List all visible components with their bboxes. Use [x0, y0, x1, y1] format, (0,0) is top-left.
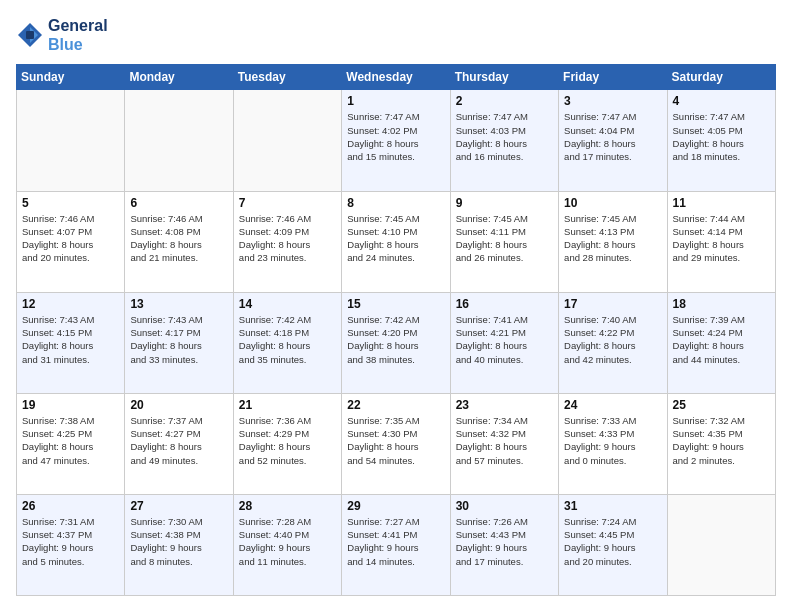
- calendar-cell: 29Sunrise: 7:27 AM Sunset: 4:41 PM Dayli…: [342, 494, 450, 595]
- calendar-cell: 23Sunrise: 7:34 AM Sunset: 4:32 PM Dayli…: [450, 393, 558, 494]
- weekday-header-saturday: Saturday: [667, 65, 775, 90]
- day-info: Sunrise: 7:27 AM Sunset: 4:41 PM Dayligh…: [347, 515, 444, 568]
- day-number: 16: [456, 297, 553, 311]
- calendar-cell: 16Sunrise: 7:41 AM Sunset: 4:21 PM Dayli…: [450, 292, 558, 393]
- day-number: 13: [130, 297, 227, 311]
- day-info: Sunrise: 7:47 AM Sunset: 4:05 PM Dayligh…: [673, 110, 770, 163]
- calendar-table: SundayMondayTuesdayWednesdayThursdayFrid…: [16, 64, 776, 596]
- day-number: 6: [130, 196, 227, 210]
- day-info: Sunrise: 7:33 AM Sunset: 4:33 PM Dayligh…: [564, 414, 661, 467]
- day-info: Sunrise: 7:38 AM Sunset: 4:25 PM Dayligh…: [22, 414, 119, 467]
- weekday-header-tuesday: Tuesday: [233, 65, 341, 90]
- day-number: 26: [22, 499, 119, 513]
- weekday-header-friday: Friday: [559, 65, 667, 90]
- day-number: 5: [22, 196, 119, 210]
- day-number: 27: [130, 499, 227, 513]
- calendar-cell: 1Sunrise: 7:47 AM Sunset: 4:02 PM Daylig…: [342, 90, 450, 191]
- day-number: 22: [347, 398, 444, 412]
- calendar-cell: 3Sunrise: 7:47 AM Sunset: 4:04 PM Daylig…: [559, 90, 667, 191]
- calendar-week-5: 26Sunrise: 7:31 AM Sunset: 4:37 PM Dayli…: [17, 494, 776, 595]
- weekday-header-thursday: Thursday: [450, 65, 558, 90]
- calendar-cell: 9Sunrise: 7:45 AM Sunset: 4:11 PM Daylig…: [450, 191, 558, 292]
- day-info: Sunrise: 7:40 AM Sunset: 4:22 PM Dayligh…: [564, 313, 661, 366]
- page: General Blue SundayMondayTuesdayWednesda…: [0, 0, 792, 612]
- calendar-cell: [125, 90, 233, 191]
- day-number: 10: [564, 196, 661, 210]
- day-info: Sunrise: 7:46 AM Sunset: 4:08 PM Dayligh…: [130, 212, 227, 265]
- day-number: 21: [239, 398, 336, 412]
- day-number: 17: [564, 297, 661, 311]
- calendar-cell: 19Sunrise: 7:38 AM Sunset: 4:25 PM Dayli…: [17, 393, 125, 494]
- calendar-cell: [667, 494, 775, 595]
- calendar-cell: 12Sunrise: 7:43 AM Sunset: 4:15 PM Dayli…: [17, 292, 125, 393]
- day-info: Sunrise: 7:45 AM Sunset: 4:10 PM Dayligh…: [347, 212, 444, 265]
- calendar-week-2: 5Sunrise: 7:46 AM Sunset: 4:07 PM Daylig…: [17, 191, 776, 292]
- calendar-cell: [17, 90, 125, 191]
- calendar-cell: 25Sunrise: 7:32 AM Sunset: 4:35 PM Dayli…: [667, 393, 775, 494]
- day-info: Sunrise: 7:44 AM Sunset: 4:14 PM Dayligh…: [673, 212, 770, 265]
- calendar-cell: 13Sunrise: 7:43 AM Sunset: 4:17 PM Dayli…: [125, 292, 233, 393]
- day-number: 15: [347, 297, 444, 311]
- day-number: 1: [347, 94, 444, 108]
- calendar-cell: 22Sunrise: 7:35 AM Sunset: 4:30 PM Dayli…: [342, 393, 450, 494]
- calendar-cell: 7Sunrise: 7:46 AM Sunset: 4:09 PM Daylig…: [233, 191, 341, 292]
- calendar-cell: 14Sunrise: 7:42 AM Sunset: 4:18 PM Dayli…: [233, 292, 341, 393]
- logo-text: General Blue: [48, 16, 108, 54]
- calendar-cell: 8Sunrise: 7:45 AM Sunset: 4:10 PM Daylig…: [342, 191, 450, 292]
- calendar-cell: 2Sunrise: 7:47 AM Sunset: 4:03 PM Daylig…: [450, 90, 558, 191]
- day-info: Sunrise: 7:43 AM Sunset: 4:17 PM Dayligh…: [130, 313, 227, 366]
- day-info: Sunrise: 7:37 AM Sunset: 4:27 PM Dayligh…: [130, 414, 227, 467]
- day-number: 30: [456, 499, 553, 513]
- calendar-cell: 17Sunrise: 7:40 AM Sunset: 4:22 PM Dayli…: [559, 292, 667, 393]
- calendar-cell: 10Sunrise: 7:45 AM Sunset: 4:13 PM Dayli…: [559, 191, 667, 292]
- day-number: 24: [564, 398, 661, 412]
- calendar-cell: 15Sunrise: 7:42 AM Sunset: 4:20 PM Dayli…: [342, 292, 450, 393]
- day-info: Sunrise: 7:45 AM Sunset: 4:11 PM Dayligh…: [456, 212, 553, 265]
- day-info: Sunrise: 7:41 AM Sunset: 4:21 PM Dayligh…: [456, 313, 553, 366]
- day-info: Sunrise: 7:30 AM Sunset: 4:38 PM Dayligh…: [130, 515, 227, 568]
- day-info: Sunrise: 7:47 AM Sunset: 4:03 PM Dayligh…: [456, 110, 553, 163]
- logo-icon: [16, 21, 44, 49]
- day-info: Sunrise: 7:32 AM Sunset: 4:35 PM Dayligh…: [673, 414, 770, 467]
- day-number: 2: [456, 94, 553, 108]
- calendar-cell: 24Sunrise: 7:33 AM Sunset: 4:33 PM Dayli…: [559, 393, 667, 494]
- day-info: Sunrise: 7:46 AM Sunset: 4:07 PM Dayligh…: [22, 212, 119, 265]
- calendar-cell: 6Sunrise: 7:46 AM Sunset: 4:08 PM Daylig…: [125, 191, 233, 292]
- day-number: 28: [239, 499, 336, 513]
- calendar-cell: 26Sunrise: 7:31 AM Sunset: 4:37 PM Dayli…: [17, 494, 125, 595]
- day-info: Sunrise: 7:46 AM Sunset: 4:09 PM Dayligh…: [239, 212, 336, 265]
- day-info: Sunrise: 7:24 AM Sunset: 4:45 PM Dayligh…: [564, 515, 661, 568]
- day-info: Sunrise: 7:45 AM Sunset: 4:13 PM Dayligh…: [564, 212, 661, 265]
- calendar-week-1: 1Sunrise: 7:47 AM Sunset: 4:02 PM Daylig…: [17, 90, 776, 191]
- day-info: Sunrise: 7:36 AM Sunset: 4:29 PM Dayligh…: [239, 414, 336, 467]
- weekday-header-wednesday: Wednesday: [342, 65, 450, 90]
- day-number: 8: [347, 196, 444, 210]
- day-info: Sunrise: 7:47 AM Sunset: 4:02 PM Dayligh…: [347, 110, 444, 163]
- weekday-header-sunday: Sunday: [17, 65, 125, 90]
- day-number: 9: [456, 196, 553, 210]
- calendar-cell: 5Sunrise: 7:46 AM Sunset: 4:07 PM Daylig…: [17, 191, 125, 292]
- logo: General Blue: [16, 16, 108, 54]
- day-info: Sunrise: 7:42 AM Sunset: 4:18 PM Dayligh…: [239, 313, 336, 366]
- day-info: Sunrise: 7:34 AM Sunset: 4:32 PM Dayligh…: [456, 414, 553, 467]
- day-number: 3: [564, 94, 661, 108]
- day-info: Sunrise: 7:43 AM Sunset: 4:15 PM Dayligh…: [22, 313, 119, 366]
- day-number: 7: [239, 196, 336, 210]
- day-number: 31: [564, 499, 661, 513]
- day-number: 29: [347, 499, 444, 513]
- day-number: 19: [22, 398, 119, 412]
- day-info: Sunrise: 7:26 AM Sunset: 4:43 PM Dayligh…: [456, 515, 553, 568]
- day-number: 12: [22, 297, 119, 311]
- calendar-cell: 30Sunrise: 7:26 AM Sunset: 4:43 PM Dayli…: [450, 494, 558, 595]
- weekday-header-monday: Monday: [125, 65, 233, 90]
- header: General Blue: [16, 16, 776, 54]
- calendar-cell: [233, 90, 341, 191]
- day-number: 18: [673, 297, 770, 311]
- calendar-week-3: 12Sunrise: 7:43 AM Sunset: 4:15 PM Dayli…: [17, 292, 776, 393]
- calendar-cell: 28Sunrise: 7:28 AM Sunset: 4:40 PM Dayli…: [233, 494, 341, 595]
- calendar-header-row: SundayMondayTuesdayWednesdayThursdayFrid…: [17, 65, 776, 90]
- calendar-cell: 20Sunrise: 7:37 AM Sunset: 4:27 PM Dayli…: [125, 393, 233, 494]
- calendar-cell: 21Sunrise: 7:36 AM Sunset: 4:29 PM Dayli…: [233, 393, 341, 494]
- day-number: 14: [239, 297, 336, 311]
- calendar-week-4: 19Sunrise: 7:38 AM Sunset: 4:25 PM Dayli…: [17, 393, 776, 494]
